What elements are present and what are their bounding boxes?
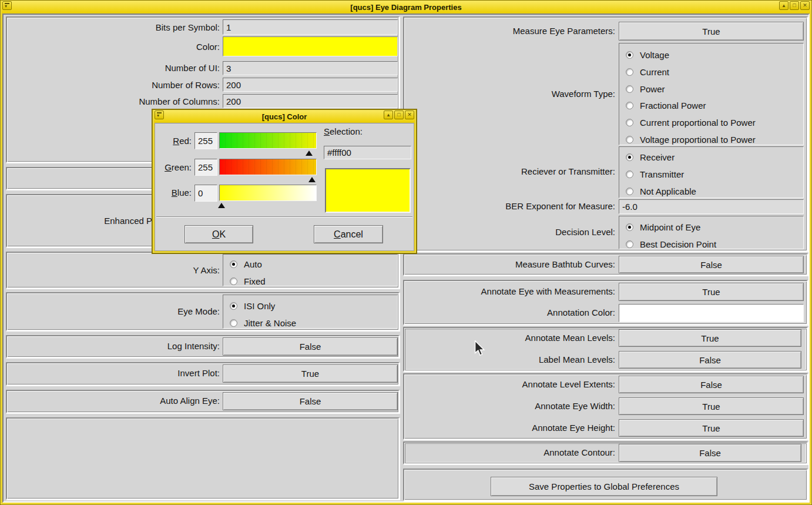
radio-icon [626, 102, 633, 109]
invert-plot-label: Invert Plot: [8, 368, 220, 379]
receiver-transmitter-options: Receiver Transmitter Not Applicable [619, 146, 804, 198]
close-button[interactable]: ✕ [405, 111, 414, 119]
measure-bathtub-label: Measure Bathtub Curves: [407, 259, 615, 270]
red-gradient-slider[interactable] [219, 132, 317, 149]
waveform-type-options: Voltage Current Power Fractional Power C… [619, 43, 804, 145]
green-value-field[interactable]: 255 [194, 159, 217, 176]
annotate-eye-toggle[interactable]: True [619, 283, 804, 301]
color-dialog-title: [qucs] Color [154, 112, 415, 121]
annotate-eye-label: Annotate Eye with Measurements: [407, 286, 615, 297]
auto-align-label: Auto Align Eye: [8, 396, 220, 406]
radio-icon [230, 302, 237, 310]
dialog-menu-button[interactable]: ▾ [155, 111, 164, 119]
eye-mode-label: Eye Mode: [8, 306, 220, 317]
annotate-mean-levels-toggle[interactable]: True [619, 329, 801, 347]
label-mean-levels-toggle[interactable]: False [619, 351, 801, 369]
radio-fractional-power[interactable]: Fractional Power [626, 99, 706, 112]
annotate-eye-width-toggle[interactable]: True [619, 397, 804, 415]
radio-current-prop-power[interactable]: Current proportional to Power [626, 116, 756, 129]
radio-icon [626, 170, 633, 178]
maximize-icon: □ [397, 112, 400, 118]
decision-level-options: Midpoint of Eye Best Decision Point [619, 216, 804, 249]
radio-jitter-noise[interactable]: Jitter & Noise [230, 316, 296, 329]
shade-button[interactable]: ▴ [779, 1, 788, 10]
dialog-button-cluster: ▴ □ ✕ [384, 111, 414, 119]
blue-gradient-slider[interactable] [219, 185, 317, 201]
measure-bathtub-toggle[interactable]: False [619, 256, 804, 273]
main-titlebar[interactable]: [qucs] Eye Diagram Properties [2, 1, 810, 13]
number-of-rows-label: Number of Rows: [8, 80, 220, 91]
radio-voltage-prop-power[interactable]: Voltage proportional to Power [626, 133, 756, 146]
selection-label: Selection: [324, 126, 363, 137]
shade-icon: ▴ [783, 3, 786, 8]
window-title: [qucs] Eye Diagram Properties [2, 3, 810, 12]
radio-power[interactable]: Power [626, 82, 665, 95]
maximize-icon: □ [793, 3, 796, 8]
ber-exponent-label: BER Exponent for Measure: [407, 201, 615, 212]
red-value-field[interactable]: 255 [194, 132, 217, 149]
maximize-button[interactable]: □ [790, 1, 799, 10]
ber-exponent-field[interactable]: -6.0 [619, 199, 804, 214]
radio-best-decision-point[interactable]: Best Decision Point [626, 238, 716, 250]
dialog-separator [156, 216, 412, 218]
close-button[interactable]: ✕ [800, 1, 810, 10]
selection-value-field[interactable]: #ffff00 [324, 146, 411, 159]
annotate-contour-label: Annotate Contour: [407, 447, 615, 458]
radio-y-axis-fixed[interactable]: Fixed [230, 275, 266, 287]
color-swatch[interactable] [223, 36, 398, 56]
log-intensity-label: Log Intensity: [8, 341, 220, 352]
color-dialog-body: Red: 255 Green: 255 Blue: 0 Selection: #… [155, 123, 414, 251]
green-label: Green: [155, 162, 192, 173]
annotate-contour-toggle[interactable]: False [619, 444, 801, 462]
auto-align-toggle[interactable]: False [223, 392, 398, 410]
radio-midpoint-of-eye[interactable]: Midpoint of Eye [626, 220, 700, 233]
shade-button[interactable]: ▴ [384, 111, 393, 119]
color-dialog: [qucs] Color ▾ ▴ □ ✕ Red: 255 Green: 255… [152, 109, 417, 253]
color-dialog-titlebar[interactable]: [qucs] Color [154, 111, 415, 122]
blue-value-field[interactable]: 0 [194, 185, 217, 202]
enhanced-label: Enhanced P [8, 216, 152, 226]
red-slider-handle-icon[interactable] [306, 151, 313, 156]
maximize-button[interactable]: □ [394, 111, 404, 119]
number-of-rows-field[interactable]: 200 [223, 78, 398, 92]
ok-button[interactable]: OK [184, 225, 253, 243]
mouse-cursor [474, 340, 485, 359]
annotate-mean-levels-label: Annotate Mean Levels: [407, 333, 615, 343]
y-axis-options: Auto Fixed [223, 254, 398, 286]
green-slider-handle-icon[interactable] [308, 177, 316, 182]
radio-icon [626, 68, 633, 76]
annotate-eye-height-toggle[interactable]: True [619, 419, 804, 437]
radio-current[interactable]: Current [626, 65, 669, 78]
measure-eye-parameters-toggle[interactable]: True [619, 22, 804, 41]
radio-transmitter[interactable]: Transmitter [626, 168, 684, 180]
menu-icon: ▾ [157, 112, 162, 118]
green-gradient-slider[interactable] [219, 159, 317, 175]
cancel-button[interactable]: Cancel [314, 225, 383, 243]
radio-icon [626, 136, 633, 143]
radio-isi-only[interactable]: ISI Only [230, 299, 275, 312]
radio-receiver[interactable]: Receiver [626, 151, 675, 163]
color-label: Color: [8, 42, 220, 52]
radio-y-axis-auto[interactable]: Auto [230, 257, 262, 270]
selected-color-preview [325, 168, 411, 213]
log-intensity-toggle[interactable]: False [223, 337, 398, 356]
window-menu-button[interactable]: ▾ [2, 1, 12, 10]
number-of-columns-label: Number of Columns: [8, 96, 220, 107]
invert-plot-toggle[interactable]: True [223, 364, 398, 383]
radio-not-applicable[interactable]: Not Applicable [626, 185, 696, 198]
number-of-ui-field[interactable]: 3 [223, 61, 398, 75]
radio-icon [230, 319, 237, 327]
annotate-level-extents-toggle[interactable]: False [619, 376, 804, 393]
window-button-cluster: ▴ □ ✕ [779, 1, 810, 10]
radio-voltage[interactable]: Voltage [626, 48, 669, 61]
close-icon: ✕ [803, 3, 807, 8]
shade-icon: ▴ [387, 112, 390, 118]
annotation-color-swatch[interactable] [619, 304, 804, 322]
label-mean-levels-label: Label Mean Levels: [407, 354, 615, 365]
save-global-preferences-button[interactable]: Save Properties to Global Preferences [491, 477, 717, 496]
bits-per-symbol-field[interactable]: 1 [223, 19, 398, 35]
radio-icon [626, 51, 633, 59]
blue-slider-handle-icon[interactable] [218, 203, 225, 208]
number-of-columns-field[interactable]: 200 [223, 94, 398, 108]
annotate-level-extents-label: Annotate Level Extents: [407, 379, 615, 390]
